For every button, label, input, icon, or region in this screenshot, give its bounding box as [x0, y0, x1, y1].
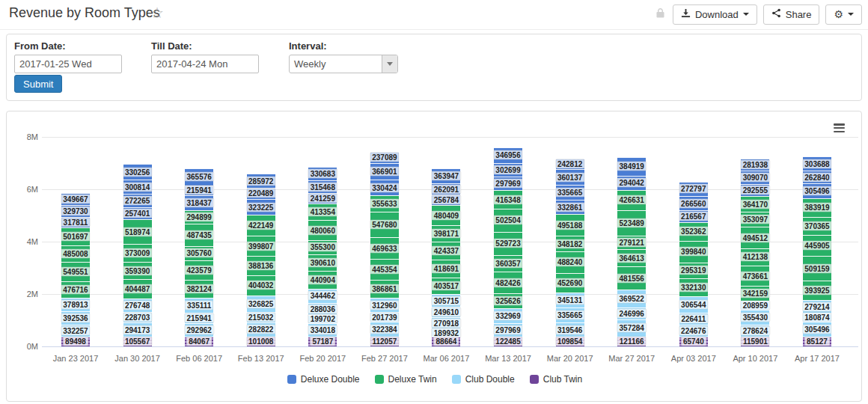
bar-segment-deluxe-twin[interactable]: 482426: [494, 272, 522, 293]
bar-segment-club-double[interactable]: 319546: [556, 322, 584, 337]
bar-segment-club-double[interactable]: 335111: [185, 298, 213, 313]
bar-segment-deluxe-double[interactable]: 242812: [556, 159, 584, 169]
chart-context-menu-icon[interactable]: [834, 123, 845, 132]
submit-button[interactable]: Submit: [14, 75, 62, 93]
bar-segment-deluxe-twin[interactable]: 364170: [741, 196, 769, 212]
bar-segment-deluxe-double[interactable]: 216567: [679, 210, 708, 222]
bar-segment-club-double[interactable]: 334018: [308, 323, 337, 337]
bar-segment-club-twin[interactable]: 115901: [741, 337, 769, 346]
bar-segment-deluxe-twin[interactable]: 383919: [803, 198, 831, 217]
bar-segment-deluxe-double[interactable]: 241259: [308, 193, 337, 203]
bar-segment-deluxe-double[interactable]: 262840: [803, 171, 831, 183]
bar-segment-club-twin[interactable]: 57187: [308, 337, 337, 346]
bar-segment-club-double[interactable]: 312960: [370, 298, 399, 312]
bar-segment-deluxe-twin[interactable]: 473661: [741, 266, 769, 286]
interval-select[interactable]: Weekly: [289, 55, 398, 73]
bar-segment-deluxe-double[interactable]: 237089: [370, 152, 399, 163]
bar-segment-deluxe-double[interactable]: 317811: [61, 217, 90, 228]
bar-segment-deluxe-twin[interactable]: 495188: [556, 214, 584, 236]
bar-segment-club-double[interactable]: 332969: [494, 308, 522, 323]
bar-segment-deluxe-twin[interactable]: 386861: [370, 280, 399, 298]
bar-segment-deluxe-twin[interactable]: 360357: [494, 255, 522, 272]
bar-segment-deluxe-twin[interactable]: 549551: [61, 262, 90, 281]
bar-segment-club-double[interactable]: 335665: [556, 307, 584, 322]
bar-segment-deluxe-double[interactable]: 220489: [247, 188, 275, 199]
bar-segment-deluxe-double[interactable]: 305496: [803, 183, 831, 198]
bar-segment-deluxe-twin[interactable]: 445905: [803, 235, 831, 257]
bar-segment-club-double[interactable]: 279214: [803, 300, 831, 313]
bar-segment-deluxe-twin[interactable]: 398171: [432, 225, 460, 242]
bar-segment-deluxe-twin[interactable]: 393925: [803, 281, 831, 299]
bar-segment-deluxe-double[interactable]: 292555: [741, 184, 769, 197]
bar-segment-club-double[interactable]: 226411: [679, 313, 708, 325]
bar-segment-deluxe-twin[interactable]: 413354: [308, 203, 337, 221]
bar-segment-deluxe-twin[interactable]: 403517: [432, 278, 460, 295]
bar-segment-club-double[interactable]: 332257: [61, 325, 90, 337]
bar-segment-deluxe-twin[interactable]: 294899: [185, 210, 213, 224]
bar-segment-deluxe-twin[interactable]: 332130: [679, 278, 708, 296]
bar-segment-club-double[interactable]: 249610: [432, 307, 460, 317]
bar-segment-deluxe-double[interactable]: 300814: [123, 180, 152, 194]
bar-segment-deluxe-twin[interactable]: 370365: [803, 217, 831, 235]
bar-segment-deluxe-twin[interactable]: 529723: [494, 232, 522, 256]
bar-segment-club-double[interactable]: 246996: [617, 307, 646, 319]
bar-segment-deluxe-twin[interactable]: 480409: [432, 205, 460, 225]
bar-segment-deluxe-twin[interactable]: 501697: [61, 227, 90, 245]
bar-segment-deluxe-double[interactable]: 365576: [185, 168, 213, 186]
bar-segment-deluxe-twin[interactable]: 342159: [741, 286, 769, 301]
bar-segment-club-double[interactable]: 278624: [741, 325, 769, 337]
bar-segment-deluxe-double[interactable]: 215941: [185, 186, 213, 195]
bar-segment-club-double[interactable]: 189932: [432, 328, 460, 337]
bar-segment-deluxe-twin[interactable]: 355300: [308, 240, 337, 255]
legend-item-deluxe-twin[interactable]: Deluxe Twin: [375, 374, 437, 385]
bar-segment-deluxe-twin[interactable]: 480060: [308, 220, 337, 239]
bar-segment-club-double[interactable]: 322384: [370, 322, 399, 337]
bar-segment-deluxe-double[interactable]: 297969: [494, 177, 522, 190]
bar-segment-deluxe-double[interactable]: 272797: [679, 182, 708, 197]
till-date-input[interactable]: [151, 55, 259, 73]
bar-segment-deluxe-double[interactable]: 366901: [370, 163, 399, 180]
bar-segment-deluxe-twin[interactable]: 423579: [185, 260, 213, 280]
bar-segment-deluxe-double[interactable]: 303688: [803, 156, 831, 171]
bar-segment-club-twin[interactable]: 101008: [247, 337, 275, 346]
bar-segment-club-double[interactable]: 276748: [123, 299, 152, 312]
bar-segment-deluxe-twin[interactable]: 353097: [741, 212, 769, 227]
bar-segment-club-double[interactable]: 199702: [308, 315, 337, 323]
from-date-input[interactable]: [14, 55, 122, 73]
bar-segment-deluxe-twin[interactable]: 279121: [617, 236, 646, 249]
bar-segment-club-double[interactable]: 215941: [185, 313, 213, 322]
legend-item-club-twin[interactable]: Club Twin: [530, 374, 582, 385]
bar-segment-deluxe-twin[interactable]: 364613: [617, 249, 646, 266]
bar-segment-deluxe-twin[interactable]: 485008: [61, 245, 90, 263]
bar-segment-club-twin[interactable]: 85127: [803, 337, 831, 346]
bar-segment-club-twin[interactable]: 88664: [432, 337, 460, 346]
select-arrow-box[interactable]: [382, 55, 397, 73]
bar-segment-deluxe-twin[interactable]: 476716: [61, 281, 90, 298]
bar-segment-deluxe-twin[interactable]: 518974: [123, 219, 152, 244]
bar-segment-deluxe-twin[interactable]: 399840: [679, 241, 708, 263]
bar-segment-deluxe-double[interactable]: 330256: [123, 164, 152, 180]
bar-segment-deluxe-double[interactable]: 346956: [494, 147, 522, 163]
bar-segment-deluxe-double[interactable]: 315468: [308, 180, 337, 193]
bar-segment-deluxe-twin[interactable]: 440904: [308, 271, 337, 289]
bar-segment-club-double[interactable]: 326825: [247, 296, 275, 312]
bar-segment-deluxe-twin[interactable]: 373009: [123, 244, 152, 262]
bar-segment-club-double[interactable]: 224676: [679, 325, 708, 337]
bar-segment-club-twin[interactable]: 65740: [679, 337, 708, 346]
favorite-star-icon[interactable]: ☆: [150, 4, 164, 22]
bar-segment-deluxe-twin[interactable]: 295319: [679, 263, 708, 278]
bar-segment-deluxe-twin[interactable]: 359390: [123, 262, 152, 279]
bar-segment-club-twin[interactable]: 89498: [61, 337, 90, 346]
bar-segment-deluxe-double[interactable]: 323225: [247, 199, 275, 215]
bar-segment-deluxe-twin[interactable]: 452690: [556, 273, 584, 293]
bar-segment-deluxe-double[interactable]: 257401: [123, 207, 152, 219]
bar-segment-club-double[interactable]: 305715: [432, 294, 460, 307]
bar-segment-deluxe-twin[interactable]: 382124: [185, 280, 213, 298]
bar-segment-club-double[interactable]: 180874: [803, 313, 831, 322]
bar-segment-deluxe-double[interactable]: 302699: [494, 163, 522, 177]
bar-segment-club-double[interactable]: 282822: [247, 322, 275, 337]
bar-segment-deluxe-twin[interactable]: 502504: [494, 209, 522, 231]
bar-segment-deluxe-double[interactable]: 349667: [61, 193, 90, 205]
bar-segment-deluxe-twin[interactable]: 412138: [741, 248, 769, 266]
bar-segment-deluxe-twin[interactable]: 523489: [617, 210, 646, 236]
